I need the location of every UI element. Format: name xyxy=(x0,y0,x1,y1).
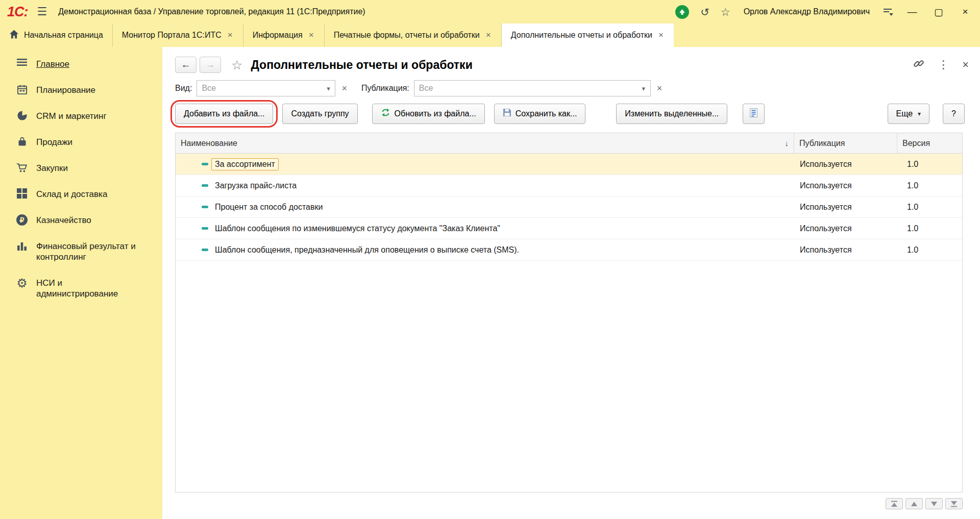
pie-chart-icon xyxy=(15,110,29,121)
maximize-button[interactable]: ▢ xyxy=(931,6,946,18)
back-button[interactable]: ← xyxy=(175,57,197,73)
go-to-top-icon[interactable] xyxy=(886,498,903,509)
favorite-star-icon[interactable]: ☆ xyxy=(231,58,242,72)
history-icon[interactable]: ↺ xyxy=(700,7,709,17)
bar-chart-icon xyxy=(15,240,29,251)
table-empty-area xyxy=(176,261,962,492)
table-row[interactable]: Шаблон сообщения, предназначенный для оп… xyxy=(176,239,962,261)
sidebar-item-label: CRM и маркетинг xyxy=(36,111,107,121)
sidebar-item-purchases[interactable]: Закупки xyxy=(0,155,162,181)
filter-vid-label: Вид: xyxy=(175,84,192,93)
add-from-file-button[interactable]: Добавить из файла... xyxy=(175,104,273,124)
cell-version: 1.0 xyxy=(897,218,962,239)
row-name: Шаблон сообщения по изменившемуся статус… xyxy=(215,224,500,233)
clear-filter-icon[interactable]: × xyxy=(341,83,347,94)
1c-logo: 1С: xyxy=(7,4,28,20)
minimize-button[interactable]: — xyxy=(904,6,920,17)
sidebar-item-main[interactable]: Главное xyxy=(0,51,162,77)
close-icon[interactable]: × xyxy=(308,30,315,40)
go-to-bottom-icon[interactable] xyxy=(945,498,963,509)
tab-information[interactable]: Информация × xyxy=(243,23,325,47)
clear-filter-icon[interactable]: × xyxy=(657,83,663,94)
create-group-button[interactable]: Создать группу xyxy=(282,104,357,124)
sidebar-item-finance[interactable]: Финансовый результат и контроллинг xyxy=(0,233,162,270)
tab-label: Дополнительные отчеты и обработки xyxy=(511,31,652,40)
list-icon xyxy=(749,108,758,120)
processing-icon xyxy=(201,181,209,190)
tab-print-forms[interactable]: Печатные формы, отчеты и обработки × xyxy=(325,23,502,47)
tab-home[interactable]: Начальная страница xyxy=(0,23,113,47)
sidebar-item-planning[interactable]: Планирование xyxy=(0,77,162,103)
close-icon[interactable]: × xyxy=(657,30,665,40)
favorites-star-icon[interactable]: ☆ xyxy=(721,7,730,17)
menu-icon xyxy=(15,58,29,66)
chevron-down-icon[interactable]: ▾ xyxy=(637,85,650,92)
page-header: ← → ☆ Дополнительные отчеты и обработки … xyxy=(175,53,969,77)
more-button[interactable]: Еще ▾ xyxy=(888,104,930,124)
copy-link-icon[interactable] xyxy=(913,58,924,71)
chevron-down-icon[interactable]: ▾ xyxy=(322,85,335,92)
command-bar: Добавить из файла... Создать группу Обно… xyxy=(175,103,965,124)
table-header: Наименование ↓ Публикация Версия xyxy=(176,133,962,154)
sidebar-item-crm[interactable]: CRM и маркетинг xyxy=(0,103,162,129)
filter-vid-combobox[interactable]: Все ▾ xyxy=(197,80,335,96)
list-settings-button[interactable] xyxy=(743,104,765,124)
column-header-name[interactable]: Наименование ↓ xyxy=(176,133,794,153)
sidebar-item-sales[interactable]: Продажи xyxy=(0,129,162,155)
cell-name: За ассортимент xyxy=(176,154,794,175)
sidebar-item-admin[interactable]: ⚙ НСИ и администрирование xyxy=(0,270,162,307)
cell-version: 1.0 xyxy=(897,154,962,175)
page-down-icon[interactable] xyxy=(925,498,943,509)
filter-pub-combobox[interactable]: Все ▾ xyxy=(414,80,651,96)
bag-icon xyxy=(15,136,29,147)
cell-publication: Используется xyxy=(794,154,897,175)
row-name: За ассортимент xyxy=(211,158,279,170)
cell-publication: Используется xyxy=(794,218,897,239)
reports-table: Наименование ↓ Публикация Версия За ассо… xyxy=(175,133,963,492)
sidebar-item-label: НСИ и администрирование xyxy=(36,278,138,299)
table-row[interactable]: Шаблон сообщения по изменившемуся статус… xyxy=(176,218,962,239)
main-menu-icon[interactable]: ☰ xyxy=(37,5,47,18)
list-navigation xyxy=(886,498,963,509)
close-form-icon[interactable]: × xyxy=(962,59,969,70)
cell-name: Шаблон сообщения по изменившемуся статус… xyxy=(176,218,794,239)
filter-pub-value: Все xyxy=(419,84,637,93)
gear-icon: ⚙ xyxy=(15,277,29,289)
close-icon[interactable]: × xyxy=(485,30,492,40)
column-header-publication[interactable]: Публикация xyxy=(794,133,897,153)
current-user[interactable]: Орлов Александр Владимирович xyxy=(744,7,870,16)
table-row[interactable]: Загрузка прайс-листа Используется 1.0 xyxy=(176,175,962,196)
update-from-file-button[interactable]: Обновить из файла... xyxy=(372,104,485,124)
processing-icon xyxy=(201,245,209,254)
sidebar-item-treasury[interactable]: ₽ Казначейство xyxy=(0,207,162,233)
edit-selected-button[interactable]: Изменить выделенные... xyxy=(616,104,727,124)
forward-button[interactable]: → xyxy=(200,57,221,73)
grid-boxes-icon xyxy=(15,188,29,199)
page-title: Дополнительные отчеты и обработки xyxy=(251,58,472,72)
page-up-icon[interactable] xyxy=(905,498,923,509)
cell-publication: Используется xyxy=(794,196,897,217)
table-row[interactable]: Процент за способ доставки Используется … xyxy=(176,196,962,218)
form-additional-reports: ← → ☆ Дополнительные отчеты и обработки … xyxy=(162,47,980,519)
sidebar-item-label: Финансовый результат и контроллинг xyxy=(36,241,138,262)
table-row[interactable]: За ассортимент Используется 1.0 xyxy=(176,154,962,175)
save-as-button[interactable]: Сохранить как... xyxy=(494,104,586,124)
tab-its-monitor[interactable]: Монитор Портала 1С:ИТС × xyxy=(113,23,243,47)
cart-icon xyxy=(15,162,29,173)
service-notification-icon[interactable] xyxy=(675,5,689,19)
column-header-version[interactable]: Версия xyxy=(897,133,962,153)
more-actions-icon[interactable]: ⋮ xyxy=(938,59,949,70)
sidebar-item-label: Продажи xyxy=(36,137,72,147)
window-title: Демонстрационная база / Управление торго… xyxy=(58,7,365,16)
help-button[interactable]: ? xyxy=(943,104,965,124)
close-icon[interactable]: × xyxy=(227,30,234,40)
close-window-button[interactable]: × xyxy=(958,6,973,17)
save-icon xyxy=(503,108,511,119)
service-menu-icon[interactable] xyxy=(883,7,893,17)
filter-vid-value: Все xyxy=(202,84,322,93)
cell-publication: Используется xyxy=(794,175,897,196)
chevron-down-icon: ▾ xyxy=(918,110,921,117)
calendar-icon xyxy=(15,84,29,95)
sidebar-item-warehouse[interactable]: Склад и доставка xyxy=(0,181,162,207)
tab-additional-reports[interactable]: Дополнительные отчеты и обработки × xyxy=(502,23,674,47)
